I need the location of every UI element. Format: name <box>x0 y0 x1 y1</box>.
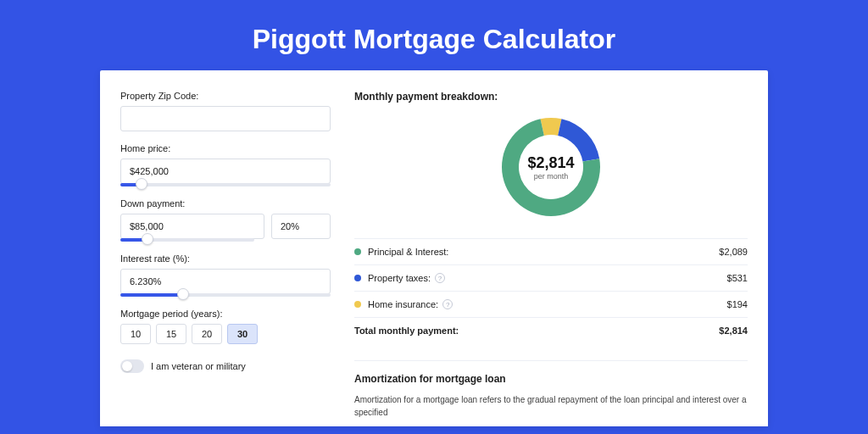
downpayment-field: Down payment: <box>120 198 331 242</box>
legend-value: $531 <box>727 273 748 283</box>
rate-label: Interest rate (%): <box>120 253 331 264</box>
zip-input[interactable] <box>120 106 331 131</box>
period-button-15[interactable]: 15 <box>156 324 186 344</box>
legend-row: Principal & Interest: $2,089 <box>354 239 748 265</box>
donut-chart: $2,814 per month <box>354 113 748 221</box>
period-field: Mortgage period (years): 10152030 <box>120 309 331 344</box>
price-field: Home price: <box>120 143 331 186</box>
downpayment-slider[interactable] <box>120 238 254 242</box>
info-icon[interactable]: ? <box>442 299 453 309</box>
breakdown-title: Monthly payment breakdown: <box>354 91 748 103</box>
legend-name: Principal & Interest: <box>368 247 448 257</box>
amortization-section: Amortization for mortgage loan Amortizat… <box>354 360 748 419</box>
slider-thumb-icon[interactable] <box>136 178 147 190</box>
legend-dot-icon <box>354 275 361 281</box>
legend-total-row: Total monthly payment: $2,814 <box>354 318 748 343</box>
slider-thumb-icon[interactable] <box>142 233 153 245</box>
veteran-label: I am veteran or military <box>151 361 246 371</box>
price-label: Home price: <box>120 143 331 153</box>
inputs-panel: Property Zip Code: Home price: Down paym… <box>120 91 331 406</box>
amortization-text: Amortization for a mortgage loan refers … <box>354 393 748 419</box>
legend-row: Property taxes: ? $531 <box>354 265 748 292</box>
downpayment-label: Down payment: <box>120 198 331 209</box>
price-input[interactable] <box>120 159 331 184</box>
legend-dot-icon <box>354 248 361 255</box>
period-button-30[interactable]: 30 <box>227 324 258 344</box>
breakdown-panel: Monthly payment breakdown: $2,814 per mo… <box>331 91 748 406</box>
donut-amount: $2,814 <box>527 154 574 172</box>
period-buttons: 10152030 <box>120 324 331 344</box>
legend-value: $2,089 <box>719 247 748 257</box>
downpayment-pct-input[interactable] <box>271 214 331 239</box>
price-slider[interactable] <box>120 183 331 186</box>
page-title: Piggott Mortgage Calculator <box>0 0 868 70</box>
legend-name: Property taxes: <box>368 273 431 283</box>
rate-field: Interest rate (%): <box>120 253 331 297</box>
zip-label: Property Zip Code: <box>120 91 331 101</box>
slider-thumb-icon[interactable] <box>177 288 189 300</box>
zip-field: Property Zip Code: <box>120 91 331 131</box>
info-icon[interactable]: ? <box>435 273 445 283</box>
period-button-10[interactable]: 10 <box>120 324 151 344</box>
legend: Principal & Interest: $2,089 Property ta… <box>354 238 748 343</box>
donut-sublabel: per month <box>527 172 574 181</box>
veteran-row: I am veteran or military <box>120 359 331 373</box>
total-value: $2,814 <box>719 326 748 336</box>
legend-name: Home insurance: <box>368 299 438 309</box>
period-button-20[interactable]: 20 <box>192 324 222 344</box>
calculator-card: Property Zip Code: Home price: Down paym… <box>100 70 768 426</box>
veteran-toggle[interactable] <box>120 359 144 373</box>
legend-dot-icon <box>354 301 361 308</box>
rate-slider[interactable] <box>120 293 331 297</box>
legend-row: Home insurance: ? $194 <box>354 292 748 318</box>
rate-input[interactable] <box>120 269 331 294</box>
total-label: Total monthly payment: <box>354 326 459 336</box>
amortization-title: Amortization for mortgage loan <box>354 373 748 385</box>
legend-value: $194 <box>727 299 748 309</box>
period-label: Mortgage period (years): <box>120 309 331 319</box>
